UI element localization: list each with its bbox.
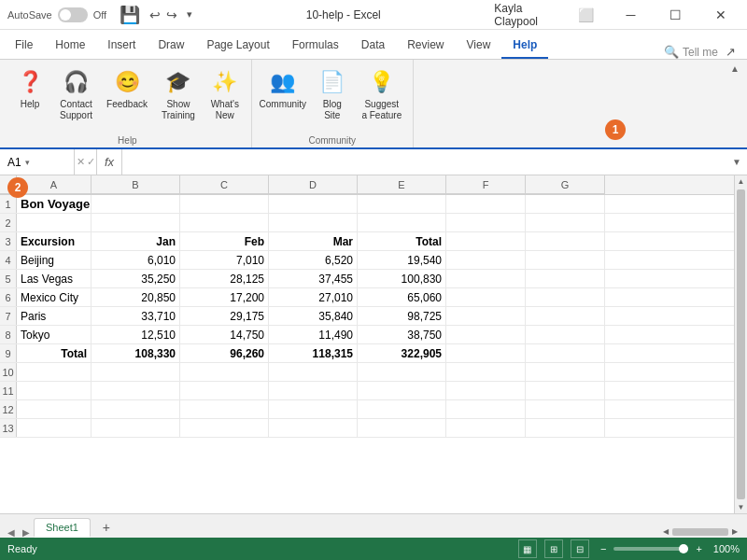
vertical-scrollbar[interactable]: ▲ ▼: [734, 175, 747, 513]
tab-data[interactable]: Data: [350, 33, 396, 59]
zoom-slider[interactable]: [613, 547, 688, 551]
tab-file[interactable]: File: [4, 33, 44, 59]
suggest-feature-button[interactable]: 💡 Suggesta Feature: [357, 63, 407, 125]
undo-icon[interactable]: ↩: [149, 7, 161, 22]
col-header-G[interactable]: G: [526, 175, 605, 194]
close-btn[interactable]: ✕: [702, 0, 740, 30]
save-icon[interactable]: 💾: [120, 5, 140, 25]
scroll-thumb-v[interactable]: [737, 189, 745, 499]
cell-3-C[interactable]: Feb: [180, 232, 269, 250]
feedback-button[interactable]: 😊 Feedback: [102, 63, 152, 114]
cell-1-E[interactable]: [358, 195, 446, 213]
tab-formulas[interactable]: Formulas: [281, 33, 350, 59]
autosave-toggle[interactable]: [58, 7, 88, 22]
cell-1-D[interactable]: [269, 195, 358, 213]
cell-2-G[interactable]: [526, 214, 605, 231]
scroll-thumb-h[interactable]: [672, 528, 728, 536]
col-header-B[interactable]: B: [92, 175, 180, 194]
cell-9-B[interactable]: 108,330: [92, 344, 180, 362]
maximize-btn[interactable]: ☐: [657, 0, 695, 30]
page-layout-view-btn[interactable]: ⊞: [544, 539, 563, 558]
col-header-D[interactable]: D: [269, 175, 358, 194]
confirm-formula-icon[interactable]: ✓: [87, 156, 95, 168]
sheet-scroll-right[interactable]: ▶: [19, 527, 34, 538]
cell-4-A[interactable]: Beijing: [17, 251, 92, 269]
cell-3-E[interactable]: Total: [358, 232, 446, 250]
scroll-up-arrow[interactable]: ▲: [735, 175, 747, 188]
cell-5-E[interactable]: 100,830: [358, 270, 446, 287]
cell-5-C[interactable]: 28,125: [180, 270, 269, 287]
cell-5-G[interactable]: [526, 270, 605, 287]
cell-8-E[interactable]: 38,750: [358, 326, 446, 343]
cell-2-B[interactable]: [92, 214, 180, 231]
cell-9-A[interactable]: Total: [17, 344, 92, 362]
cell-1-C[interactable]: [180, 195, 269, 213]
col-header-C[interactable]: C: [180, 175, 269, 194]
share-icon[interactable]: ↗: [726, 45, 736, 59]
cell-7-D[interactable]: 35,840: [269, 307, 358, 325]
col-header-F[interactable]: F: [446, 175, 526, 194]
contact-support-button[interactable]: 🎧 ContactSupport: [54, 63, 98, 125]
cell-3-A[interactable]: Excursion: [17, 232, 92, 250]
cell-7-E[interactable]: 98,725: [358, 307, 446, 325]
cell-8-D[interactable]: 11,490: [269, 326, 358, 343]
cell-4-E[interactable]: 19,540: [358, 251, 446, 269]
cell-6-F[interactable]: [446, 288, 526, 306]
cell-8-A[interactable]: Tokyo: [17, 326, 92, 343]
cell-1-A[interactable]: Bon Voyage Excursions: [17, 195, 92, 213]
tab-review[interactable]: Review: [396, 33, 455, 59]
cell-1-F[interactable]: [446, 195, 526, 213]
cell-4-B[interactable]: 6,010: [92, 251, 180, 269]
cell-7-C[interactable]: 29,175: [180, 307, 269, 325]
cell-3-B[interactable]: Jan: [92, 232, 180, 250]
help-button[interactable]: ❓ Help: [9, 63, 50, 114]
tab-draw[interactable]: Draw: [147, 33, 195, 59]
cell-4-C[interactable]: 7,010: [180, 251, 269, 269]
ribbon-collapse-btn[interactable]: ▲: [726, 60, 743, 77]
zoom-slider-thumb[interactable]: [679, 544, 688, 553]
sheet-scroll-left[interactable]: ◀: [4, 527, 19, 538]
cell-5-B[interactable]: 35,250: [92, 270, 180, 287]
cell-2-E[interactable]: [358, 214, 446, 231]
add-sheet-button[interactable]: +: [96, 517, 117, 538]
col-header-A[interactable]: A: [17, 175, 92, 194]
cell-4-D[interactable]: 6,520: [269, 251, 358, 269]
formula-expand-icon[interactable]: ▼: [726, 157, 747, 167]
cell-4-F[interactable]: [446, 251, 526, 269]
minimize-btn[interactable]: ─: [612, 0, 649, 30]
cell-5-D[interactable]: 37,455: [269, 270, 358, 287]
cell-9-F[interactable]: [446, 344, 526, 362]
page-break-view-btn[interactable]: ⊟: [571, 539, 589, 558]
cell-7-G[interactable]: [526, 307, 605, 325]
normal-view-btn[interactable]: ▦: [518, 539, 537, 558]
cell-9-E[interactable]: 322,905: [358, 344, 446, 362]
cell-8-F[interactable]: [446, 326, 526, 343]
cell-1-G[interactable]: [526, 195, 605, 213]
tab-page-layout[interactable]: Page Layout: [195, 33, 280, 59]
zoom-minus-btn[interactable]: −: [600, 543, 606, 554]
cell-9-C[interactable]: 96,260: [180, 344, 269, 362]
cell-6-B[interactable]: 20,850: [92, 288, 180, 306]
blog-site-button[interactable]: 📄 BlogSite: [312, 63, 353, 125]
name-box[interactable]: A1 ▾: [0, 149, 75, 175]
cell-8-C[interactable]: 14,750: [180, 326, 269, 343]
redo-icon[interactable]: ↪: [166, 7, 177, 22]
scroll-down-arrow[interactable]: ▼: [735, 501, 747, 513]
zoom-plus-btn[interactable]: +: [696, 543, 701, 554]
cell-4-G[interactable]: [526, 251, 605, 269]
cell-2-A[interactable]: [17, 214, 92, 231]
scroll-left-arrow[interactable]: ◀: [661, 525, 670, 538]
cell-3-D[interactable]: Mar: [269, 232, 358, 250]
cell-5-F[interactable]: [446, 270, 526, 287]
col-header-E[interactable]: E: [358, 175, 446, 194]
cell-7-B[interactable]: 33,710: [92, 307, 180, 325]
cell-2-C[interactable]: [180, 214, 269, 231]
cell-3-F[interactable]: [446, 232, 526, 250]
scroll-right-arrow[interactable]: ▶: [730, 525, 740, 538]
community-button[interactable]: 👥 Community: [258, 63, 308, 114]
cell-6-A[interactable]: Mexico City: [17, 288, 92, 306]
cell-5-A[interactable]: Las Vegas: [17, 270, 92, 287]
cell-1-B[interactable]: [92, 195, 180, 213]
cell-6-D[interactable]: 27,010: [269, 288, 358, 306]
tab-insert[interactable]: Insert: [96, 33, 147, 59]
